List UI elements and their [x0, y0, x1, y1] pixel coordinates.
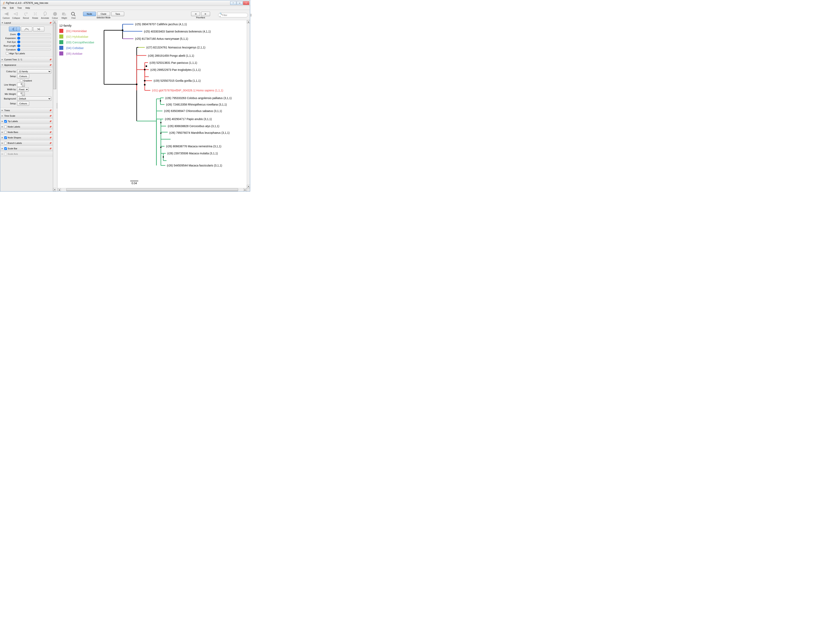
maximize-button[interactable]: ▭	[237, 1, 243, 5]
expansion-slider[interactable]	[17, 36, 51, 40]
tip-label[interactable]: (r29) 299522973 Pan troglodytes (1,1,1)	[151, 68, 201, 71]
minimize-button[interactable]: ─	[230, 1, 236, 5]
panel-header-time-scale[interactable]: ►Time Scale📌	[0, 113, 53, 118]
filter-input[interactable]	[222, 14, 250, 16]
scroll-down-icon[interactable]: ▼	[247, 185, 250, 188]
tip-label[interactable]: (r26) 544509544 Macaca fascicularis (3,1…	[167, 164, 222, 167]
close-button[interactable]: ✕	[243, 1, 249, 5]
tree-canvas[interactable]: 12-family (01) Hominidae (02) Hylobatida…	[58, 20, 247, 188]
colour-by-select[interactable]: 12-family	[17, 69, 51, 74]
clear-filter-icon[interactable]: ✕	[250, 14, 252, 16]
tip-label[interactable]: (r26) 402904717 Papio anubis (3,1,1)	[165, 117, 212, 121]
tip-label[interactable]: (r26) 724813358 Rhinopithecus roxellana …	[166, 103, 227, 106]
panel-header-appearance[interactable]: ▼ Appearance 📌	[0, 62, 53, 67]
panel-header-layout[interactable]: ▼ Layout 📌	[0, 20, 53, 25]
panel-header-node-shapes[interactable]: ►Node Shapes📌	[0, 135, 53, 140]
mode-node-button[interactable]: Node	[83, 12, 96, 16]
node-bars-checkbox[interactable]	[4, 131, 7, 133]
background-select[interactable]: Default	[17, 97, 51, 101]
pin-icon[interactable]: 📌	[49, 22, 52, 24]
layout-radial-button[interactable]	[33, 26, 44, 31]
node-shapes-checkbox[interactable]	[4, 136, 7, 139]
panel-header-scale-bar[interactable]: ►Scale Bar📌	[0, 146, 53, 151]
root-length-slider[interactable]	[17, 44, 51, 48]
scale-axis-checkbox[interactable]	[4, 153, 7, 155]
tip-label[interactable]: (r26) 635036947 Chlorocebus sabaeus (3,1…	[164, 109, 222, 113]
branch-labels-checkbox[interactable]	[4, 142, 7, 145]
mode-clade-button[interactable]: Clade	[97, 12, 110, 16]
pin-icon[interactable]: 📌	[49, 142, 52, 144]
filter-box[interactable]: 🔍▾ ✕	[218, 13, 248, 17]
panel-header-current-tree[interactable]: ► Current Tree: 1 / 1 📌	[0, 57, 53, 62]
tool-rotate[interactable]: Rotate	[31, 11, 40, 20]
colours-button-2[interactable]: Colours	[17, 101, 29, 106]
tip-labels-checkbox[interactable]	[4, 120, 7, 123]
tip-label[interactable]: (r26) 239735506 Macaca mulatta (3,1,1)	[167, 152, 218, 155]
fisheye-slider[interactable]	[17, 40, 51, 44]
pin-icon[interactable]: 📌	[49, 120, 52, 122]
pin-icon[interactable]: 📌	[49, 136, 52, 139]
pin-icon[interactable]: 📌	[49, 59, 52, 61]
scroll-right-icon[interactable]: ►	[244, 188, 247, 191]
tip-label[interactable]: (r29) 525313831 Pan paniscus (1,1,1)	[149, 61, 197, 64]
scroll-thumb-h[interactable]	[66, 188, 238, 191]
tip-label[interactable]: (r25) 403303403 Saimiri boliviensis boli…	[144, 30, 211, 33]
menu-help[interactable]: Help	[24, 6, 32, 10]
pin-icon[interactable]: 📌	[49, 148, 52, 150]
tip-label[interactable]: (r25) 390478707 Callithrix jacchus (4,1,…	[135, 23, 187, 26]
pin-icon[interactable]: 📌	[49, 115, 52, 117]
layout-polar-button[interactable]	[21, 26, 32, 31]
menu-file[interactable]: File	[1, 6, 8, 10]
min-weight-spinner[interactable]: 0	[17, 92, 25, 96]
scroll-track-h[interactable]	[61, 188, 244, 191]
scroll-thumb[interactable]	[53, 23, 56, 89]
panel-header-scale-axis[interactable]: ►Scale Axis	[0, 151, 53, 156]
canvas-h-scrollbar[interactable]: ◄ ►	[58, 188, 247, 191]
layout-rectangular-button[interactable]	[9, 26, 20, 31]
tool-annotate[interactable]: Annotate	[40, 11, 51, 20]
tip-label[interactable]: (r26) 806638776 Macaca nemestrina (3,1,1…	[166, 145, 221, 148]
pin-icon[interactable]: 📌	[49, 109, 52, 112]
tip-label[interactable]: (r27) 821324761 Nomascus leucogenys (2,1…	[146, 46, 205, 49]
menu-edit[interactable]: Edit	[8, 6, 15, 10]
tip-label[interactable]: (r26) 806638828 Cercocebus atys (3,1,1)	[168, 125, 219, 128]
width-by-select[interactable]: Fixed	[17, 87, 29, 91]
panel-header-node-bars[interactable]: ►Node Bars📌	[0, 130, 53, 135]
canvas-v-scrollbar[interactable]: ▲ ▼	[247, 20, 250, 188]
zoom-slider[interactable]	[17, 33, 51, 36]
tip-label-highlighted[interactable]: (r31) gi|4757876|ref|NP_004326.1| Homo s…	[152, 89, 223, 92]
scroll-left-icon[interactable]: ◄	[58, 188, 61, 191]
line-weight-spinner[interactable]: 3	[17, 83, 25, 87]
pin-icon[interactable]: 📌	[49, 131, 52, 133]
node-labels-checkbox[interactable]	[4, 125, 7, 128]
tool-cartoon[interactable]: Cartoon	[2, 11, 11, 20]
tool-hilight[interactable]: Hilight	[60, 11, 69, 20]
panel-header-tip-labels[interactable]: ►Tip Labels📌	[0, 118, 53, 124]
prev-button[interactable]: ◄	[191, 12, 200, 16]
tool-find[interactable]: Find	[69, 11, 78, 20]
curvature-slider[interactable]	[17, 48, 51, 51]
scroll-up-icon[interactable]: ▲	[53, 20, 56, 23]
tip-label[interactable]: (r29) 525507015 Gorilla gorilla (1,1,1)	[154, 79, 201, 82]
sidebar-scrollbar[interactable]: ▲ ▼	[53, 20, 56, 191]
gradient-checkbox[interactable]	[20, 79, 23, 82]
tip-label[interactable]: (r26) 795333263 Colobus angolensis palli…	[165, 97, 232, 100]
panel-header-node-labels[interactable]: ►Node Labels📌	[0, 124, 53, 129]
colours-button[interactable]: Colours	[17, 74, 29, 79]
next-button[interactable]: ►	[201, 12, 210, 16]
tip-label[interactable]: (r25) 817347160 Aotus nancymaae (5,1,1)	[135, 37, 188, 40]
tool-colour[interactable]: Colour	[51, 11, 60, 20]
scroll-track[interactable]	[53, 23, 56, 188]
tool-reroot[interactable]: Reroot	[21, 11, 31, 20]
pin-icon[interactable]: 📌	[49, 126, 52, 128]
align-tips-checkbox[interactable]	[6, 52, 8, 55]
splitter[interactable]	[56, 20, 58, 191]
mode-taxa-button[interactable]: Taxa	[111, 12, 124, 16]
panel-header-trees[interactable]: ►Trees📌	[0, 108, 53, 113]
menu-tree[interactable]: Tree	[16, 6, 23, 10]
pin-icon[interactable]: 📌	[49, 64, 52, 66]
tip-label[interactable]: (r26) 795076074 Mandrillus leucophaeus (…	[169, 131, 229, 135]
tool-collapse[interactable]: Collapse	[11, 11, 21, 20]
scroll-up-icon[interactable]: ▲	[247, 20, 250, 23]
panel-header-branch-labels[interactable]: ►Branch Labels📌	[0, 140, 53, 146]
